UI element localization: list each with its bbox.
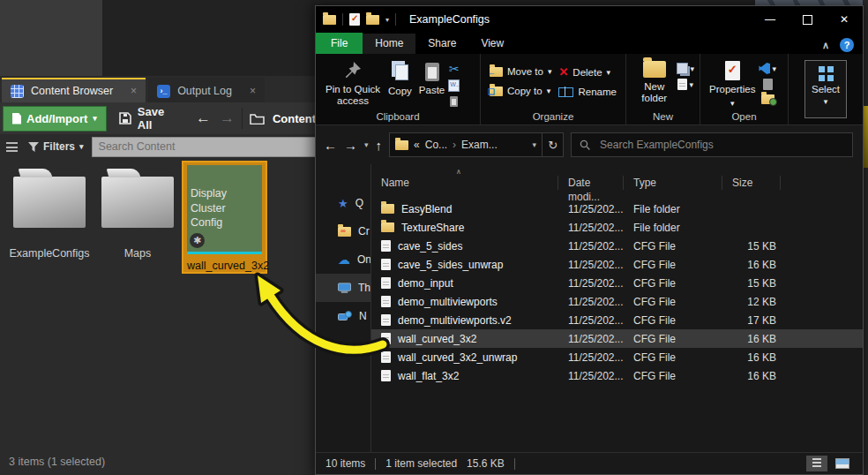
nav-item-creative-cloud[interactable]: Cr xyxy=(316,217,370,245)
minimize-button[interactable]: — xyxy=(752,6,789,33)
file-row[interactable]: demo_multiviewports 11/25/202... CFG Fil… xyxy=(371,292,863,311)
breadcrumb-segment[interactable]: Co... xyxy=(425,139,447,151)
tab-share[interactable]: Share xyxy=(415,34,468,54)
button-label: Properties xyxy=(709,84,755,95)
properties-quick-icon[interactable] xyxy=(349,13,360,26)
new-small-buttons: ▾ ▾ xyxy=(677,58,694,90)
add-import-button[interactable]: Add/Import ▾ xyxy=(3,106,107,132)
history-icon[interactable] xyxy=(761,94,774,104)
tab-file[interactable]: File xyxy=(316,33,363,54)
close-tab-icon[interactable]: × xyxy=(131,85,137,97)
cut-icon[interactable]: ✂ xyxy=(449,63,460,75)
new-document-icon xyxy=(677,79,687,90)
close-button[interactable]: ✕ xyxy=(826,6,863,33)
file-row[interactable]: wall_curved_3x2_unwrap 11/25/202... CFG … xyxy=(371,348,863,366)
crumb-overflow-icon[interactable]: « xyxy=(414,139,420,151)
rename-button[interactable]: Rename xyxy=(558,87,616,97)
tab-content-browser[interactable]: Content Browser × xyxy=(2,78,146,102)
properties-button[interactable]: Properties ▾ xyxy=(706,58,759,109)
file-row[interactable]: TextureShare 11/25/202... File folder xyxy=(371,218,863,237)
paste-icon xyxy=(425,63,439,81)
tab-view[interactable]: View xyxy=(468,34,516,54)
save-icon xyxy=(119,112,131,124)
explorer-search-input[interactable] xyxy=(598,138,844,152)
group-label: Clipboard xyxy=(316,111,480,122)
selection-size: 15.6 KB xyxy=(467,457,505,470)
button-label: Select xyxy=(812,84,840,94)
save-all-button[interactable]: Save All xyxy=(119,105,182,132)
selection-count: 1 item selected xyxy=(385,457,457,470)
ue-asset-grid: ExampleConfigs Maps Display Cluster Conf… xyxy=(0,159,316,452)
copy-button[interactable]: Copy xyxy=(385,58,415,97)
paste-shortcut-icon[interactable] xyxy=(450,96,458,107)
divider xyxy=(342,13,343,26)
copy-to-button[interactable]: ❏ Copy to ▾ xyxy=(490,86,551,96)
title-bar[interactable]: ▾ ExampleConfigs — ✕ xyxy=(316,6,863,33)
search-box[interactable] xyxy=(571,132,853,157)
asset-folder-maps[interactable]: Maps xyxy=(94,161,182,260)
new-folder-button[interactable]: New folder xyxy=(632,58,677,104)
file-name: demo_multiviewports xyxy=(398,296,498,308)
nav-item-this-pc[interactable]: Th xyxy=(316,274,370,302)
edit-icon[interactable] xyxy=(763,79,773,90)
maximize-button[interactable] xyxy=(789,6,826,33)
large-icons-view-button[interactable] xyxy=(832,456,853,471)
file-row[interactable]: demo_input 11/25/202... CFG File 15 KB xyxy=(371,274,863,292)
divider xyxy=(375,458,376,470)
navigation-pane: ★ Q Cr ☁ On Th N xyxy=(316,164,371,453)
file-row[interactable]: cave_5_sides_unwrap 11/25/202... CFG Fil… xyxy=(371,255,863,274)
filters-button[interactable]: Filters ▾ xyxy=(28,140,84,153)
back-button[interactable]: ← xyxy=(324,138,337,153)
nav-item-quick-access[interactable]: ★ Q xyxy=(316,189,370,217)
tab-home[interactable]: Home xyxy=(363,34,415,54)
file-row[interactable]: EasyBlend 11/25/202... File folder xyxy=(371,200,863,218)
address-box[interactable]: « Co... › Exam... ▾ ↻ xyxy=(389,132,564,157)
organize-group: ← Move to ▾ ❏ Copy to ▾ ✕ Delete ▾ xyxy=(480,54,625,124)
customize-toolbar-icon[interactable]: ▾ xyxy=(385,16,389,24)
file-row-selected[interactable]: wall_curved_3x2 11/25/202... CFG File 16… xyxy=(371,329,863,348)
new-folder-quick-icon[interactable] xyxy=(366,15,379,25)
column-header-date[interactable]: Date modi... xyxy=(558,176,624,190)
select-button[interactable]: Select ▾ xyxy=(804,60,847,118)
ue-status-text: 3 items (1 selected) xyxy=(9,456,105,468)
breadcrumb-segment[interactable]: Exam... xyxy=(461,139,498,151)
help-icon[interactable]: ? xyxy=(840,38,854,52)
toggle-sources-icon[interactable] xyxy=(6,142,18,152)
asset-wall-curved-3x2-selected[interactable]: Display Cluster Config ✱ wall_curved_3x2 xyxy=(182,161,267,274)
copy-path-icon[interactable] xyxy=(448,79,460,92)
column-header-size[interactable]: Size xyxy=(722,176,781,190)
folder-icon xyxy=(395,140,408,150)
easy-access-button[interactable]: ▾ xyxy=(677,63,694,74)
tab-output-log[interactable]: Output Log × xyxy=(148,78,265,102)
content-search-input[interactable] xyxy=(92,137,316,157)
nav-item-onedrive[interactable]: ☁ On xyxy=(316,245,370,274)
chevron-down-icon: ▾ xyxy=(79,142,84,151)
new-item-button[interactable]: ▾ xyxy=(677,79,693,90)
recent-locations-icon[interactable]: ▾ xyxy=(364,140,369,149)
collapse-ribbon-icon[interactable]: ∧ xyxy=(822,40,829,51)
column-header-name[interactable]: Name xyxy=(371,176,558,190)
asset-folder-exampleconfigs[interactable]: ExampleConfigs xyxy=(5,161,94,260)
back-arrow-icon[interactable]: ← xyxy=(196,109,211,127)
file-row[interactable]: wall_flat_3x2 11/25/202... CFG File 16 K… xyxy=(371,366,863,385)
close-tab-icon[interactable]: × xyxy=(250,85,256,97)
up-button[interactable]: ↑ xyxy=(376,138,383,153)
pin-to-quick-access-button[interactable]: Pin to Quick access xyxy=(321,58,385,107)
forward-arrow-icon[interactable]: → xyxy=(220,109,235,127)
pushpin-icon xyxy=(344,61,362,80)
breadcrumb[interactable]: Content xyxy=(250,112,316,125)
address-dropdown-icon[interactable]: ▾ xyxy=(533,140,537,149)
paste-button[interactable]: Paste xyxy=(415,58,448,96)
move-to-button[interactable]: ← Move to ▾ xyxy=(490,66,551,77)
forward-button[interactable]: → xyxy=(344,138,357,153)
file-row[interactable]: demo_multiviewports.v2 11/25/202... CFG … xyxy=(371,311,863,329)
select-group: Select ▾ xyxy=(788,54,863,124)
open-with-vscode-button[interactable]: ▾ xyxy=(759,63,776,74)
divider xyxy=(242,108,243,129)
nav-item-network[interactable]: N xyxy=(316,302,370,330)
file-row[interactable]: cave_5_sides 11/25/202... CFG File 15 KB xyxy=(371,237,863,255)
column-header-type[interactable]: Type xyxy=(624,176,722,190)
refresh-icon[interactable]: ↻ xyxy=(548,139,557,152)
details-view-button[interactable] xyxy=(806,456,827,471)
delete-button[interactable]: ✕ Delete ▾ xyxy=(558,66,616,78)
